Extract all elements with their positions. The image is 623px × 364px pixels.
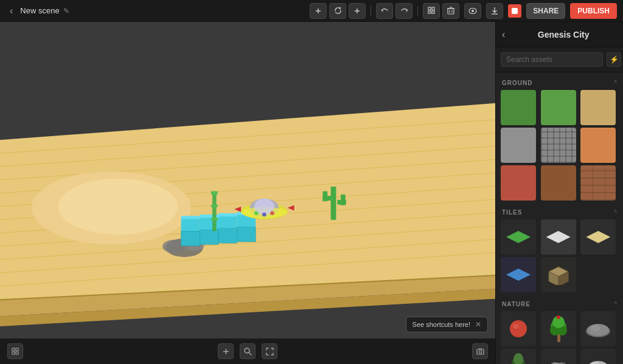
asset-nature-plant1[interactable] (501, 349, 536, 364)
svg-rect-72 (12, 352, 15, 354)
publish-button[interactable]: PUBLISH (570, 3, 617, 19)
diamond-green-shape (506, 231, 531, 243)
bottom-center (218, 343, 277, 359)
svg-point-58 (262, 213, 266, 217)
tiles-section-header: TILES ^ (496, 205, 623, 218)
toolbar-separator (371, 5, 371, 16)
main-toolbar: ‹ New scene ✎ (0, 0, 623, 22)
add-bottom-button[interactable] (218, 343, 234, 359)
asset-ground-orange[interactable] (580, 128, 616, 163)
sidebar-content: GROUND ^ TILES ^ (496, 72, 623, 364)
tree-svg (547, 314, 570, 344)
asset-ground-brown[interactable] (541, 165, 576, 201)
bottom-toolbar (0, 338, 495, 364)
svg-rect-44 (237, 227, 256, 242)
fullscreen-button[interactable] (262, 343, 277, 359)
svg-rect-71 (16, 348, 18, 351)
svg-point-14 (472, 10, 474, 12)
download-button[interactable] (486, 3, 503, 19)
search-row: ⚡ (496, 47, 623, 72)
diamond-white-shape (546, 231, 571, 243)
undo-button[interactable] (376, 3, 393, 19)
iso-block-svg (546, 264, 571, 285)
svg-rect-5 (432, 7, 434, 10)
sidebar-header: ‹ Genesis City (496, 22, 623, 47)
svg-rect-8 (448, 9, 454, 14)
svg-point-84 (510, 320, 527, 337)
rock2-svg (585, 356, 611, 364)
nature-chevron[interactable]: ^ (614, 301, 617, 307)
search-input[interactable] (501, 52, 603, 67)
svg-point-94 (591, 325, 600, 331)
asset-nature-tree[interactable] (541, 311, 576, 346)
svg-rect-41 (181, 231, 200, 246)
lightning-button[interactable]: ⚡ (607, 52, 621, 67)
asset-tile-blue[interactable] (501, 257, 536, 292)
svg-rect-45 (181, 216, 200, 219)
ground-chevron[interactable]: ^ (614, 80, 617, 86)
asset-tile-white[interactable] (541, 219, 576, 255)
asset-tile-beige[interactable] (580, 219, 616, 255)
svg-rect-66 (341, 194, 346, 205)
scene-title: New scene (20, 6, 59, 15)
back-button[interactable]: ‹ (6, 4, 16, 18)
svg-rect-6 (428, 11, 431, 13)
add-object-button[interactable] (310, 3, 327, 19)
asset-ground-tan[interactable] (580, 90, 616, 125)
grid-button[interactable] (423, 3, 440, 19)
view-button[interactable] (464, 3, 481, 19)
delete-button[interactable] (442, 3, 459, 19)
svg-rect-7 (432, 11, 434, 13)
svg-rect-43 (218, 228, 237, 243)
svg-rect-78 (477, 349, 484, 354)
viewport[interactable]: See shortcuts here! ✕ (0, 22, 495, 364)
asset-ground-red[interactable] (501, 165, 536, 201)
screenshot-button[interactable] (472, 343, 488, 359)
redo-button[interactable] (395, 3, 412, 19)
add2-button[interactable] (349, 3, 366, 19)
svg-point-91 (557, 315, 560, 319)
ground-label: GROUND (502, 80, 532, 86)
ground-section-header: GROUND ^ (496, 76, 623, 89)
svg-rect-70 (12, 348, 15, 351)
tiles-asset-grid (496, 218, 623, 297)
sidebar-back-button[interactable]: ‹ (502, 29, 505, 40)
asset-nature-ball[interactable] (501, 311, 536, 346)
shortcut-close[interactable]: ✕ (475, 320, 481, 329)
asset-ground-gray[interactable] (501, 128, 536, 163)
svg-rect-51 (211, 205, 218, 207)
svg-point-79 (479, 350, 481, 352)
asset-nature-rock[interactable] (580, 311, 616, 346)
toolbar-left: ‹ New scene ✎ (6, 4, 305, 18)
asset-ground-brick[interactable] (580, 165, 616, 201)
asset-tile-dark[interactable] (501, 219, 536, 255)
sidebar-title: Genesis City (510, 30, 617, 39)
edit-title-icon[interactable]: ✎ (63, 7, 69, 15)
tiles-chevron[interactable]: ^ (614, 209, 617, 216)
asset-nature-rock2[interactable] (580, 349, 616, 364)
nature-section-header: NATURE ^ (496, 297, 623, 310)
main-area: See shortcuts here! ✕ (0, 22, 623, 364)
share-button[interactable]: SHARE (526, 3, 565, 19)
asset-ground-green2[interactable] (541, 90, 576, 125)
toolbar-center (310, 3, 459, 19)
shortcut-text: See shortcuts here! (412, 321, 470, 328)
asset-ground-cobble[interactable] (541, 128, 576, 163)
grid-toggle-button[interactable] (7, 343, 23, 359)
svg-rect-39 (218, 215, 237, 230)
asset-nature-plant2[interactable] (541, 349, 576, 364)
scene-canvas (0, 22, 495, 364)
svg-point-59 (270, 211, 274, 216)
sidebar: ‹ Genesis City ⚡ GROUND ^ (495, 22, 623, 364)
asset-tile-iso[interactable] (541, 257, 576, 292)
zoom-button[interactable] (240, 343, 256, 359)
svg-line-77 (249, 352, 251, 355)
svg-point-57 (254, 211, 259, 216)
svg-rect-64 (323, 191, 328, 201)
asset-ground-green1[interactable] (501, 90, 536, 125)
svg-point-99 (513, 353, 523, 364)
nature-label: NATURE (502, 301, 531, 307)
ground-asset-grid (496, 89, 623, 205)
refresh-button[interactable] (329, 3, 346, 19)
svg-point-85 (513, 324, 519, 329)
